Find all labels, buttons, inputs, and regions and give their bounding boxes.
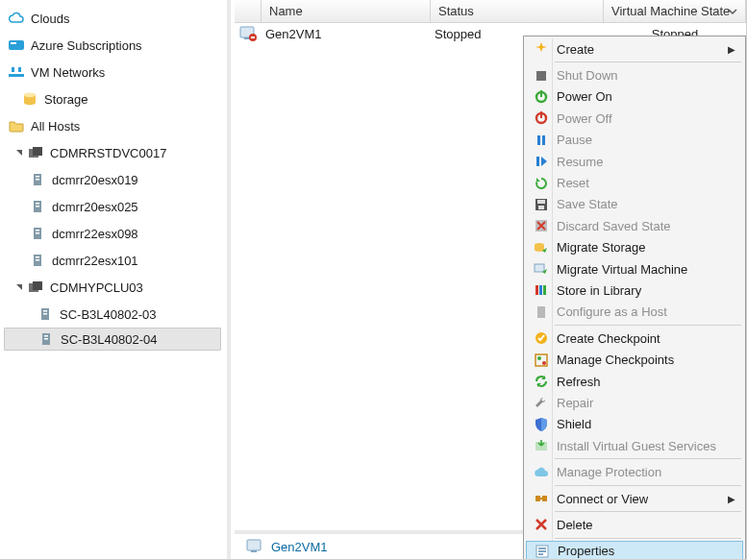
column-vmstate[interactable]: Virtual Machine State	[604, 0, 746, 22]
menu-pause[interactable]: Pause	[526, 130, 743, 151]
host-icon	[37, 305, 54, 323]
nav-label: dcmrr20esx025	[52, 200, 138, 214]
menu-migrate-storage[interactable]: Migrate Storage	[526, 237, 743, 258]
nav-host[interactable]: dcmrr20esx019	[0, 166, 227, 193]
navigation-pane: Clouds Azure Subscriptions VM Networks S…	[0, 0, 231, 560]
svg-rect-20	[36, 259, 39, 261]
delete-icon	[530, 517, 553, 532]
svg-rect-4	[18, 67, 21, 72]
expander-icon[interactable]	[13, 148, 25, 158]
menu-poweroff[interactable]: Power Off	[526, 108, 743, 129]
nav-host[interactable]: dcmrr20esx025	[0, 193, 227, 220]
azure-icon	[8, 37, 25, 54]
menu-delete[interactable]: Delete	[526, 514, 743, 535]
column-name[interactable]: Name	[261, 0, 431, 22]
svg-rect-40	[537, 135, 540, 145]
nav-label: VM Networks	[31, 65, 105, 80]
chevron-down-icon[interactable]	[726, 5, 739, 18]
nav-host[interactable]: SC-B3L40802-03	[4, 301, 221, 328]
menu-label: Create	[553, 42, 728, 57]
menu-properties[interactable]: Properties	[526, 541, 743, 560]
expander-icon[interactable]	[13, 282, 25, 292]
nav-label: All Hosts	[31, 119, 80, 134]
install-icon	[530, 438, 553, 453]
svg-rect-1	[11, 42, 16, 44]
menu-repair[interactable]: Repair	[526, 392, 743, 413]
folder-icon	[8, 117, 25, 134]
menu-reset[interactable]: Reset	[526, 172, 743, 193]
menu-label: Resume	[553, 155, 739, 169]
column-status[interactable]: Status	[431, 0, 604, 22]
menu-label: Delete	[553, 518, 739, 532]
refresh-icon	[530, 374, 553, 389]
menu-savestate[interactable]: Save State	[526, 194, 743, 215]
menu-shutdown[interactable]: Shut Down	[526, 64, 743, 85]
host-icon	[29, 171, 46, 188]
host-icon	[29, 225, 46, 242]
menu-label: Properties	[554, 544, 738, 558]
svg-rect-22	[33, 281, 42, 290]
migrate-storage-icon	[530, 240, 553, 256]
nav-host[interactable]: dcmrr22esx098	[0, 220, 227, 247]
svg-rect-13	[36, 203, 39, 205]
column-icon[interactable]	[235, 0, 261, 22]
svg-rect-37	[540, 90, 542, 97]
menu-label: Install Virtual Guest Services	[553, 439, 739, 453]
menu-connect[interactable]: Connect or View ▶	[526, 488, 743, 509]
svg-rect-64	[538, 553, 543, 555]
svg-rect-44	[537, 200, 545, 204]
menu-manage-protection[interactable]: Manage Protection	[526, 461, 743, 482]
menu-shield[interactable]: Shield	[526, 414, 743, 435]
nav-azure-subscriptions[interactable]: Azure Subscriptions	[0, 32, 227, 59]
cluster-icon	[27, 144, 44, 161]
nav-label: Azure Subscriptions	[31, 38, 142, 53]
nav-host[interactable]: dcmrr22esx101	[0, 247, 227, 274]
menu-create[interactable]: Create ▶	[526, 38, 743, 60]
nav-host-selected[interactable]: SC-B3L40802-04	[4, 328, 221, 351]
nav-cluster-2[interactable]: CDMHYPCLU03	[0, 274, 227, 301]
nav-clouds[interactable]: Clouds	[0, 5, 227, 32]
nav-label: Storage	[44, 92, 88, 107]
menu-label: Manage Checkpoints	[553, 353, 739, 367]
svg-rect-11	[36, 179, 39, 181]
properties-icon	[531, 544, 554, 559]
nav-storage[interactable]: Storage	[0, 85, 227, 112]
grid-header: Name Status Virtual Machine State	[235, 0, 746, 23]
discard-icon	[530, 218, 553, 233]
nav-label: dcmrr20esx019	[52, 173, 138, 187]
menu-poweron[interactable]: Power On	[526, 86, 743, 108]
nav-all-hosts[interactable]: All Hosts	[0, 112, 227, 139]
menu-refresh[interactable]: Refresh	[526, 371, 743, 392]
menu-discard[interactable]: Discard Saved State	[526, 215, 743, 236]
svg-rect-2	[9, 74, 24, 77]
menu-label: Migrate Storage	[553, 240, 739, 255]
migrate-vm-icon	[530, 261, 553, 277]
nav-cluster-1[interactable]: CDMRRSTDVC0017	[0, 139, 227, 166]
pause-icon	[530, 133, 553, 148]
nav-label: dcmrr22esx101	[52, 254, 138, 268]
svg-point-6	[24, 93, 36, 97]
menu-separator	[555, 325, 741, 326]
shield-icon	[530, 417, 553, 432]
menu-migrate-vm[interactable]: Migrate Virtual Machine	[526, 258, 743, 280]
svg-rect-50	[539, 285, 542, 295]
svg-rect-3	[12, 67, 14, 72]
menu-manage-checkpoints[interactable]: Manage Checkpoints	[526, 349, 743, 370]
menu-create-checkpoint[interactable]: Create Checkpoint	[526, 328, 743, 349]
menu-install-guest[interactable]: Install Virtual Guest Services	[526, 435, 743, 456]
menu-separator	[555, 538, 741, 539]
nav-vm-networks[interactable]: VM Networks	[0, 59, 227, 85]
svg-point-56	[542, 361, 546, 365]
svg-rect-48	[535, 264, 544, 272]
menu-resume[interactable]: Resume	[526, 151, 743, 172]
svg-rect-62	[538, 548, 546, 549]
host-config-icon	[530, 304, 553, 320]
svg-rect-0	[9, 40, 24, 50]
svg-rect-52	[537, 306, 545, 318]
menu-configure-host[interactable]: Configure as a Host	[526, 302, 743, 323]
menu-store-in-library[interactable]: Store in Library	[526, 280, 743, 301]
wrench-icon	[530, 395, 553, 410]
menu-label: Connect or View	[553, 492, 728, 506]
menu-label: Reset	[553, 176, 739, 190]
column-label: Status	[438, 4, 474, 18]
